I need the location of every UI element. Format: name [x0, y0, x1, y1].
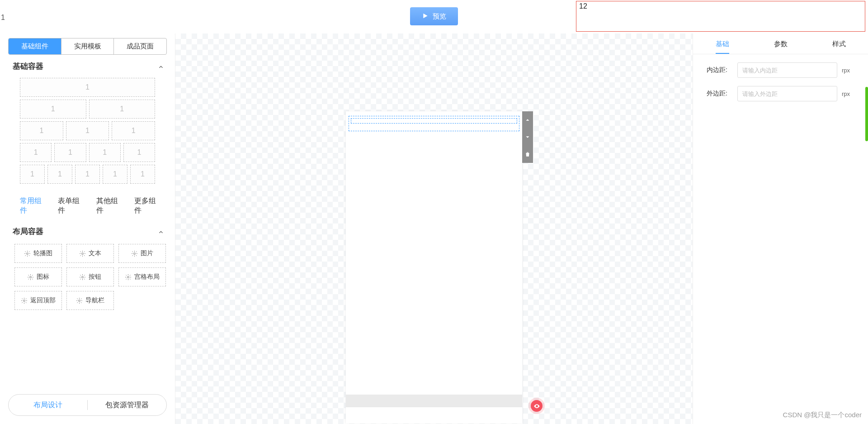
svg-point-5: [127, 276, 129, 278]
layout-preset-5e[interactable]: 1: [130, 165, 155, 184]
delete-button[interactable]: [522, 146, 533, 163]
tab-basic-components[interactable]: 基础组件: [9, 38, 61, 54]
rtab-basic[interactable]: 基础: [693, 33, 751, 54]
component-subtabs: 常用组件 表单组件 其他组件 更多组件: [0, 186, 175, 220]
component-grid[interactable]: 宫格布局: [118, 267, 166, 286]
padding-unit: rpx: [842, 67, 854, 74]
layout-preset-3b[interactable]: 1: [66, 121, 109, 140]
padding-row: 内边距: rpx: [693, 54, 868, 78]
layout-preset-4c[interactable]: 1: [89, 143, 121, 162]
margin-row: 外边距: rpx: [693, 78, 868, 101]
layout-preset-2b[interactable]: 1: [89, 100, 156, 119]
component-image[interactable]: 图片: [118, 244, 166, 263]
top-header: 1 预览 12: [0, 0, 868, 33]
layout-preset-5b[interactable]: 1: [47, 165, 72, 184]
svg-point-2: [134, 252, 136, 254]
svg-point-6: [24, 300, 25, 301]
svg-point-3: [30, 276, 32, 278]
right-panel: 基础 参数 样式 内边距: rpx 外边距: rpx: [693, 33, 868, 424]
gear-icon: [125, 274, 132, 281]
preview-button[interactable]: 预览: [410, 7, 458, 25]
left-main-tabs: 基础组件 实用模板 成品页面: [8, 38, 167, 55]
subtab-more[interactable]: 更多组件: [134, 196, 162, 215]
component-button[interactable]: 按钮: [66, 267, 114, 286]
phone-bottom-bar: [346, 408, 522, 424]
play-icon: [422, 12, 429, 21]
component-text[interactable]: 文本: [66, 244, 114, 263]
phone-footer-area: [346, 395, 522, 407]
section-basic-containers-label: 基础容器: [13, 61, 43, 71]
layout-preset-5d[interactable]: 1: [103, 165, 127, 184]
margin-input[interactable]: [737, 86, 837, 101]
layout-preset-4b[interactable]: 1: [54, 143, 86, 162]
component-navbar[interactable]: 导航栏: [66, 291, 114, 310]
selected-block-inner: [351, 118, 517, 124]
gear-icon: [21, 297, 28, 304]
layout-preset-5c[interactable]: 1: [75, 165, 100, 184]
gear-icon: [24, 250, 31, 257]
right-tabs: 基础 参数 样式: [693, 33, 868, 54]
component-icon[interactable]: 图标: [14, 267, 62, 286]
section-basic-containers-header[interactable]: 基础容器: [0, 55, 175, 75]
preview-label: 预览: [433, 12, 446, 21]
layout-preset-4a[interactable]: 1: [20, 143, 52, 162]
components-grid: 轮播图 文本 图片 图标 按钮 宫格布局 返回顶部 导航栏: [0, 240, 175, 310]
right-scrollbar[interactable]: [865, 87, 868, 141]
rtab-style[interactable]: 样式: [810, 33, 868, 54]
bottom-resource-manager[interactable]: 包资源管理器: [88, 400, 166, 410]
tab-useful-templates[interactable]: 实用模板: [61, 38, 114, 54]
gear-icon: [27, 274, 34, 281]
gear-icon: [76, 297, 83, 304]
svg-point-1: [82, 252, 84, 254]
gear-icon: [79, 274, 86, 281]
svg-point-7: [79, 300, 80, 301]
layout-preset-2a[interactable]: 1: [20, 100, 86, 119]
padding-label: 内边距:: [707, 66, 733, 74]
padding-input[interactable]: [737, 62, 837, 78]
layout-preset-3a[interactable]: 1: [20, 121, 63, 140]
component-carousel[interactable]: 轮播图: [14, 244, 62, 263]
canvas-fab-button[interactable]: [531, 400, 542, 412]
layout-grid-presets: 1 1 1 1 1 1 1 1 1 1 1 1: [0, 75, 175, 186]
move-up-button[interactable]: [522, 111, 533, 129]
bottom-layout-design[interactable]: 布局设计: [9, 400, 87, 410]
move-down-button[interactable]: [522, 129, 533, 146]
svg-point-0: [27, 252, 28, 254]
layout-preset-3c[interactable]: 1: [112, 121, 155, 140]
top-right-note-box[interactable]: 12: [576, 1, 865, 32]
eye-icon: [533, 403, 540, 410]
selected-block[interactable]: [349, 116, 519, 131]
rtab-params[interactable]: 参数: [751, 33, 810, 54]
layout-preset-1[interactable]: 1: [20, 78, 155, 97]
section-layout-label: 布局容器: [13, 226, 43, 237]
margin-label: 外边距:: [707, 90, 733, 98]
subtab-common[interactable]: 常用组件: [20, 196, 48, 215]
canvas-tool-column: [522, 111, 533, 163]
left-bottom-switch: 布局设计 包资源管理器: [8, 394, 167, 416]
svg-point-4: [82, 276, 84, 278]
component-back-top[interactable]: 返回顶部: [14, 291, 62, 310]
header-left-number: 1: [1, 14, 5, 22]
canvas-area[interactable]: [175, 33, 693, 424]
gear-icon: [131, 250, 138, 257]
phone-preview[interactable]: [346, 111, 522, 424]
chevron-up-icon: [158, 63, 164, 70]
layout-preset-4d[interactable]: 1: [123, 143, 155, 162]
chevron-up-icon: [158, 229, 164, 235]
tab-finished-pages[interactable]: 成品页面: [113, 38, 166, 54]
left-panel: 基础组件 实用模板 成品页面 基础容器 1 1 1 1 1 1: [0, 33, 175, 424]
gear-icon: [79, 250, 86, 257]
subtab-other[interactable]: 其他组件: [96, 196, 124, 215]
margin-unit: rpx: [842, 91, 854, 97]
top-right-note-text: 12: [579, 2, 587, 10]
layout-preset-5a[interactable]: 1: [20, 165, 45, 184]
section-layout-header[interactable]: 布局容器: [0, 220, 175, 240]
subtab-form[interactable]: 表单组件: [58, 196, 86, 215]
